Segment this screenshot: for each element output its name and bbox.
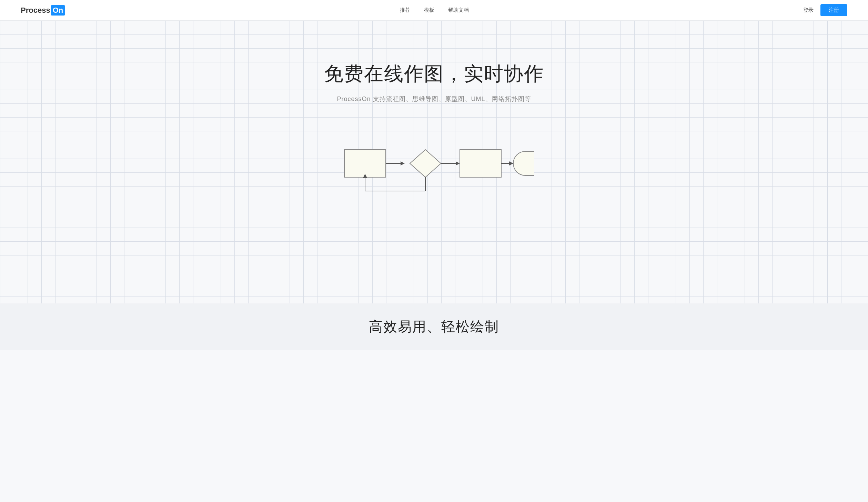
hero-subtitle: ProcessOn 支持流程图、思维导图、原型图、UML、网络拓扑图等 [337,95,531,103]
svg-marker-5 [456,161,460,165]
hero-title: 免费在线作图，实时协作 [324,62,544,85]
nav-actions: 登录 注册 [803,4,847,16]
nav-item-help[interactable]: 帮助文档 [448,7,469,13]
svg-marker-8 [509,161,513,165]
svg-rect-0 [344,150,386,177]
register-button[interactable]: 注册 [820,4,847,16]
logo-on-text: On [51,5,65,16]
diagram-container [334,131,534,207]
svg-marker-2 [401,161,405,165]
svg-rect-9 [513,151,534,175]
nav-item-recommend[interactable]: 推荐 [400,7,410,13]
nav-links: 推荐 模板 帮助文档 [400,7,469,13]
flowchart-svg [334,131,534,207]
nav-item-template[interactable]: 模板 [424,7,434,13]
bottom-section: 高效易用、轻松绘制 [0,303,868,350]
navbar: ProcessOn 推荐 模板 帮助文档 登录 注册 [0,0,868,21]
logo-process-text: Process [21,6,50,15]
hero-content: 免费在线作图，实时协作 ProcessOn 支持流程图、思维导图、原型图、UML… [0,21,868,207]
svg-marker-3 [410,150,441,177]
svg-rect-6 [460,150,501,177]
bottom-title: 高效易用、轻松绘制 [0,317,868,336]
hero-section: 免费在线作图，实时协作 ProcessOn 支持流程图、思维导图、原型图、UML… [0,21,868,303]
logo[interactable]: ProcessOn [21,5,65,16]
login-button[interactable]: 登录 [803,7,814,13]
